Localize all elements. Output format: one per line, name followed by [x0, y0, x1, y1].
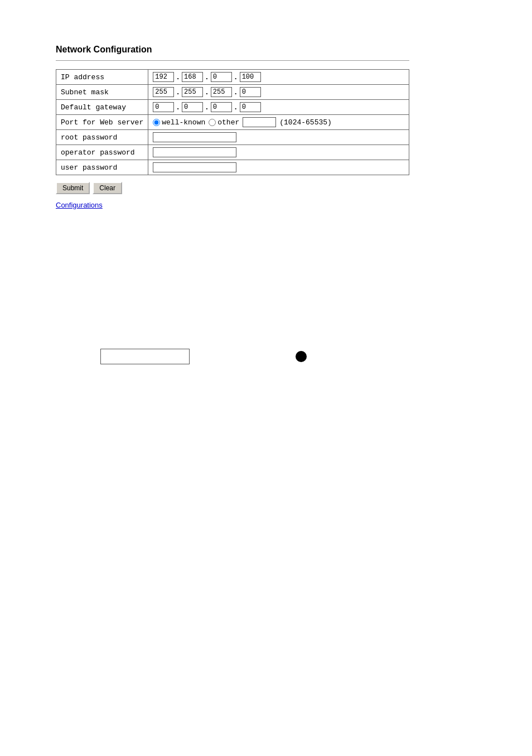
divider [56, 60, 409, 61]
gateway-octet-4[interactable] [240, 102, 261, 112]
subnet-octet-3[interactable] [211, 87, 232, 97]
page-title: Network Configuration [56, 45, 521, 55]
root-password-label: root password [56, 130, 148, 145]
submit-button[interactable]: Submit [56, 182, 90, 194]
root-password-input[interactable] [153, 132, 236, 142]
gateway-label: Default gateway [56, 100, 148, 115]
port-range-text: (1024-65535) [279, 118, 332, 127]
configurations-link[interactable]: Configurations [56, 201, 521, 209]
floating-area [56, 349, 521, 371]
floating-dot [296, 351, 307, 362]
ip-dot-1: . [175, 73, 181, 81]
user-password-label: user password [56, 160, 148, 175]
gateway-octet-2[interactable] [182, 102, 203, 112]
gateway-dot-3: . [233, 103, 239, 112]
ip-dot-2: . [204, 73, 210, 81]
gateway-octet-1[interactable] [153, 102, 174, 112]
subnet-dot-3: . [233, 88, 239, 97]
port-well-known-label[interactable]: well-known [153, 118, 205, 127]
operator-password-label: operator password [56, 145, 148, 160]
root-password-cell [148, 130, 409, 145]
ip-dot-3: . [233, 73, 239, 81]
port-inputs: well-known other (1024-65535) [148, 115, 409, 130]
operator-password-cell [148, 145, 409, 160]
ip-octet-1[interactable] [153, 72, 174, 82]
user-password-cell [148, 160, 409, 175]
gateway-dot-1: . [175, 103, 181, 112]
gateway-octet-3[interactable] [211, 102, 232, 112]
ip-address-inputs: . . . [148, 70, 409, 85]
port-well-known-radio[interactable] [153, 119, 160, 126]
operator-password-row: operator password [56, 145, 409, 160]
subnet-dot-2: . [204, 88, 210, 97]
port-well-known-text: well-known [162, 118, 205, 127]
subnet-octet-1[interactable] [153, 87, 174, 97]
port-other-label[interactable]: other [209, 118, 239, 127]
gateway-inputs: . . . [148, 100, 409, 115]
operator-password-input[interactable] [153, 147, 236, 157]
port-label: Port for Web server [56, 115, 148, 130]
subnet-mask-label: Subnet mask [56, 85, 148, 100]
clear-button[interactable]: Clear [93, 182, 122, 194]
config-table: IP address . . . Subnet mask . [56, 69, 409, 175]
user-password-input[interactable] [153, 162, 236, 172]
gateway-dot-2: . [204, 103, 210, 112]
subnet-octet-2[interactable] [182, 87, 203, 97]
subnet-mask-group: . . . [153, 87, 404, 97]
subnet-octet-4[interactable] [240, 87, 261, 97]
ip-address-row: IP address . . . [56, 70, 409, 85]
port-other-input[interactable] [243, 117, 276, 127]
port-other-radio[interactable] [209, 119, 216, 126]
subnet-dot-1: . [175, 88, 181, 97]
ip-octet-4[interactable] [240, 72, 261, 82]
form-container: IP address . . . Subnet mask . [56, 69, 409, 175]
gateway-row: Default gateway . . . [56, 100, 409, 115]
ip-address-label: IP address [56, 70, 148, 85]
port-group: well-known other (1024-65535) [153, 117, 404, 127]
subnet-mask-inputs: . . . [148, 85, 409, 100]
subnet-mask-row: Subnet mask . . . [56, 85, 409, 100]
floating-input[interactable] [100, 349, 190, 364]
user-password-row: user password [56, 160, 409, 175]
port-row: Port for Web server well-known other (10… [56, 115, 409, 130]
ip-address-group: . . . [153, 72, 404, 82]
ip-octet-3[interactable] [211, 72, 232, 82]
root-password-row: root password [56, 130, 409, 145]
gateway-group: . . . [153, 102, 404, 112]
ip-octet-2[interactable] [182, 72, 203, 82]
button-row: Submit Clear [56, 182, 521, 194]
port-other-text: other [217, 118, 239, 127]
